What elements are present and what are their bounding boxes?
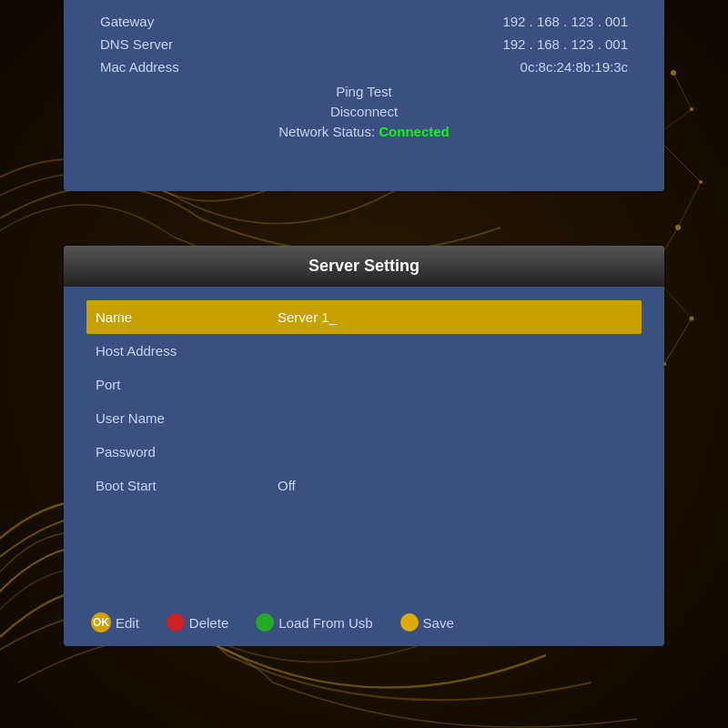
boot-start-value: Off: [278, 478, 632, 493]
delete-label: Delete: [189, 615, 228, 631]
gateway-value: 192 . 168 . 123 . 001: [502, 14, 628, 29]
save-action[interactable]: Save: [400, 613, 454, 632]
ok-button[interactable]: OK: [91, 612, 111, 632]
network-actions: Ping Test Disconnect: [100, 84, 628, 119]
server-title: Server Setting: [64, 246, 664, 287]
network-status-row: Network Status: Connected: [100, 124, 628, 139]
server-name-label: Name: [96, 309, 278, 325]
username-label: User Name: [96, 410, 278, 426]
port-label: Port: [96, 377, 278, 392]
load-usb-action[interactable]: Load From Usb: [256, 613, 372, 632]
save-label: Save: [423, 615, 454, 631]
edit-label: Edit: [116, 615, 139, 631]
delete-action[interactable]: Delete: [167, 613, 228, 632]
svg-line-8: [673, 73, 692, 109]
network-panel: Gateway 192 . 168 . 123 . 001 DNS Server…: [64, 0, 664, 191]
delete-icon: [167, 613, 185, 632]
mac-row: Mac Address 0c:8c:24:8b:19:3c: [100, 59, 628, 75]
boot-start-label: Boot Start: [96, 478, 278, 493]
host-address-label: Host Address: [96, 343, 278, 359]
mac-value: 0c:8c:24:8b:19:3c: [521, 59, 628, 75]
load-usb-icon: [256, 613, 274, 632]
server-name-row[interactable]: Name Server 1_: [86, 300, 642, 334]
dns-row: DNS Server 192 . 168 . 123 . 001: [100, 36, 628, 52]
dns-label: DNS Server: [100, 36, 173, 52]
gateway-label: Gateway: [100, 14, 154, 29]
server-panel: Server Setting Name Server 1_ Host Addre…: [64, 246, 664, 646]
port-row[interactable]: Port: [91, 368, 637, 401]
mac-label: Mac Address: [100, 59, 179, 75]
network-status-label: Network Status:: [278, 124, 375, 139]
ping-test-label[interactable]: Ping Test: [100, 84, 628, 99]
server-name-value: Server 1_: [278, 309, 632, 325]
svg-line-11: [678, 182, 701, 228]
username-row[interactable]: User Name: [91, 401, 637, 435]
save-icon: [400, 613, 419, 632]
password-row[interactable]: Password: [91, 435, 637, 469]
server-fields: Name Server 1_ Host Address Port User Na…: [64, 287, 664, 516]
password-label: Password: [96, 444, 278, 460]
dns-value: 192 . 168 . 123 . 001: [502, 36, 628, 52]
gateway-row: Gateway 192 . 168 . 123 . 001: [100, 14, 628, 29]
host-address-row[interactable]: Host Address: [91, 334, 637, 368]
svg-line-14: [664, 318, 692, 364]
boot-start-row[interactable]: Boot Start Off: [91, 469, 637, 502]
load-usb-label: Load From Usb: [278, 615, 372, 631]
ok-edit-action[interactable]: OK Edit: [91, 612, 139, 632]
disconnect-label[interactable]: Disconnect: [100, 104, 628, 119]
action-bar: OK Edit Delete Load From Usb Save: [73, 612, 655, 632]
network-status-value: Connected: [379, 124, 450, 139]
